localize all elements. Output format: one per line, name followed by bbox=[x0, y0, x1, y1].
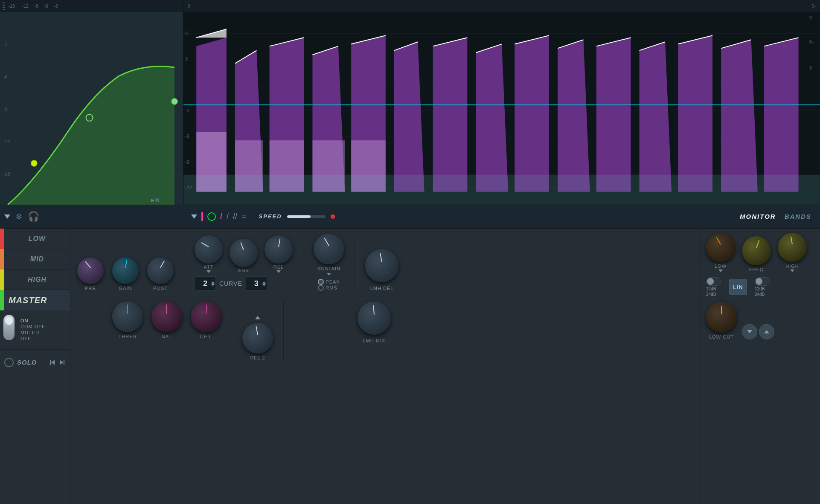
band-row-low[interactable]: LOW bbox=[0, 229, 70, 249]
low-cut-row: LOW CUT bbox=[706, 302, 815, 339]
att-spinbox-arrows bbox=[211, 281, 215, 286]
toolbar-section: ❄ 🎧 / / // = SPEED bbox=[0, 205, 820, 228]
waveform-svg: 6 3 -3 -6 -9 -12 bbox=[183, 12, 820, 205]
lmh-del-knob[interactable] bbox=[365, 249, 398, 282]
speed-record-btn[interactable] bbox=[331, 214, 335, 219]
speed-label: SPEED bbox=[259, 213, 282, 220]
curve-down-arrow[interactable] bbox=[262, 284, 266, 286]
band-color-master bbox=[0, 290, 4, 310]
band-row-high[interactable]: HIGH bbox=[0, 269, 70, 290]
waveform-panel: 9 9- 6 3 -3 -6 bbox=[183, 0, 820, 205]
pre-knob-group: PRE bbox=[77, 258, 104, 291]
att-spinbox[interactable]: 2 bbox=[195, 276, 216, 291]
pre-label: PRE bbox=[85, 286, 96, 291]
lmh-mix-knob[interactable] bbox=[358, 301, 391, 335]
bands-btn[interactable]: BANDS bbox=[780, 211, 816, 222]
mode-slash2-btn[interactable]: / bbox=[227, 212, 229, 221]
sustain-arrow-icon bbox=[327, 273, 331, 275]
on-com-section: ON COM OFF MUTED OFF bbox=[0, 310, 70, 349]
speed-slider[interactable] bbox=[287, 215, 326, 218]
arrow-down-icon-2 bbox=[191, 214, 197, 219]
gain-knob[interactable] bbox=[112, 258, 139, 284]
high-filter-label-row: HIGH bbox=[785, 264, 799, 272]
svg-point-13 bbox=[172, 98, 177, 104]
band-row-mid[interactable]: MID bbox=[0, 249, 70, 269]
curve-up-arrow[interactable] bbox=[262, 281, 266, 284]
band-label-high: HIGH bbox=[4, 276, 70, 284]
peak-circle bbox=[318, 279, 324, 285]
ceil-knob[interactable] bbox=[191, 301, 221, 332]
on-off-toggle[interactable] bbox=[3, 315, 15, 340]
band-color-mid bbox=[0, 249, 4, 269]
post-knob-container bbox=[147, 258, 174, 284]
solo-btn[interactable] bbox=[4, 358, 14, 367]
ceil-knob-group: CEIL bbox=[191, 301, 221, 339]
att-up-arrow[interactable] bbox=[211, 281, 215, 284]
next-btn[interactable] bbox=[58, 359, 66, 366]
prev-icon bbox=[49, 359, 56, 366]
att-knob[interactable] bbox=[195, 235, 223, 264]
monitor-btn[interactable]: MONITOR bbox=[736, 211, 780, 222]
curve-panel: OUT -18 -12 -9 -6 -3 -3 -6 -9 -12 -18 bbox=[0, 0, 183, 205]
high-filter-knob[interactable] bbox=[778, 233, 807, 262]
svg-text:-12: -12 bbox=[3, 139, 10, 144]
mode-slash1-btn[interactable]: / bbox=[220, 212, 222, 221]
high-toggle-pill[interactable] bbox=[755, 277, 770, 286]
svg-marker-48 bbox=[51, 360, 55, 365]
low-cut-knob-group: LOW CUT bbox=[706, 302, 737, 339]
prev-btn[interactable] bbox=[49, 359, 56, 366]
post-knob-group: POST bbox=[147, 258, 174, 291]
high-24db-label: 24dB bbox=[755, 292, 765, 297]
sat-knob-group: SAT bbox=[151, 301, 182, 339]
mode-eq-btn[interactable]: = bbox=[241, 212, 246, 221]
mode-dslash-btn[interactable]: // bbox=[233, 212, 237, 221]
divider-3 bbox=[355, 234, 355, 291]
headphone-btn[interactable]: 🎧 bbox=[28, 211, 39, 222]
att-label: ATT bbox=[204, 264, 214, 269]
up-arrow-btn[interactable] bbox=[759, 324, 774, 339]
svg-text:▶IN: ▶IN bbox=[151, 197, 159, 203]
bottom-section: LOW MID HIGH MASTER ON COM OFF MUTED OFF bbox=[0, 228, 820, 504]
band-label-mid: MID bbox=[4, 255, 70, 263]
rel-label: REL bbox=[273, 264, 284, 269]
att-down-arrow[interactable] bbox=[211, 284, 215, 286]
svg-text:-9: -9 bbox=[185, 159, 189, 165]
dropdown-arrow-btn[interactable] bbox=[4, 214, 10, 219]
next-icon bbox=[58, 359, 66, 366]
freeze-btn[interactable]: ❄ bbox=[15, 211, 23, 222]
svg-text:3: 3 bbox=[185, 57, 188, 62]
sustain-knob[interactable] bbox=[314, 234, 344, 264]
env-knob[interactable] bbox=[230, 239, 258, 267]
down-arrow-btn[interactable] bbox=[742, 324, 757, 339]
divider-b1 bbox=[232, 301, 232, 360]
low-filter-knob[interactable] bbox=[706, 233, 735, 262]
curve-spinbox[interactable]: 3 bbox=[246, 276, 267, 291]
rel-knob[interactable] bbox=[265, 235, 293, 264]
band-row-master[interactable]: MASTER bbox=[0, 290, 70, 310]
ruler-top: OUT -18 -12 -9 -6 -3 bbox=[0, 0, 183, 12]
freq-knob[interactable] bbox=[742, 236, 771, 265]
pre-knob[interactable] bbox=[77, 258, 104, 284]
dropdown-arrow-btn-2[interactable] bbox=[191, 214, 197, 219]
status-column: ON COM OFF MUTED OFF bbox=[18, 315, 48, 345]
low-cut-knob[interactable] bbox=[706, 302, 737, 333]
low-toggle-pill[interactable] bbox=[706, 277, 721, 286]
mode-bar-btn[interactable] bbox=[201, 212, 203, 221]
low-filter-arrow bbox=[718, 269, 723, 272]
rel2-knob[interactable] bbox=[242, 323, 273, 353]
post-knob[interactable] bbox=[147, 258, 174, 284]
rel2-up-arrow[interactable] bbox=[255, 316, 260, 319]
svg-text:-6: -6 bbox=[3, 74, 8, 79]
peak-item[interactable]: PEAK bbox=[318, 279, 340, 285]
sat-knob[interactable] bbox=[151, 301, 182, 332]
thres-knob[interactable] bbox=[112, 301, 143, 332]
up-arrow-icon bbox=[764, 330, 769, 333]
lin-btn[interactable]: LIN bbox=[729, 279, 747, 295]
svg-point-11 bbox=[31, 160, 37, 166]
freq-knob-group: FREQ bbox=[742, 236, 771, 272]
arrow-btn-group bbox=[742, 324, 774, 339]
svg-marker-50 bbox=[60, 360, 63, 365]
rms-item[interactable]: RMS bbox=[318, 285, 340, 291]
mode-circle-btn[interactable] bbox=[207, 212, 216, 221]
divider-2 bbox=[303, 234, 303, 291]
